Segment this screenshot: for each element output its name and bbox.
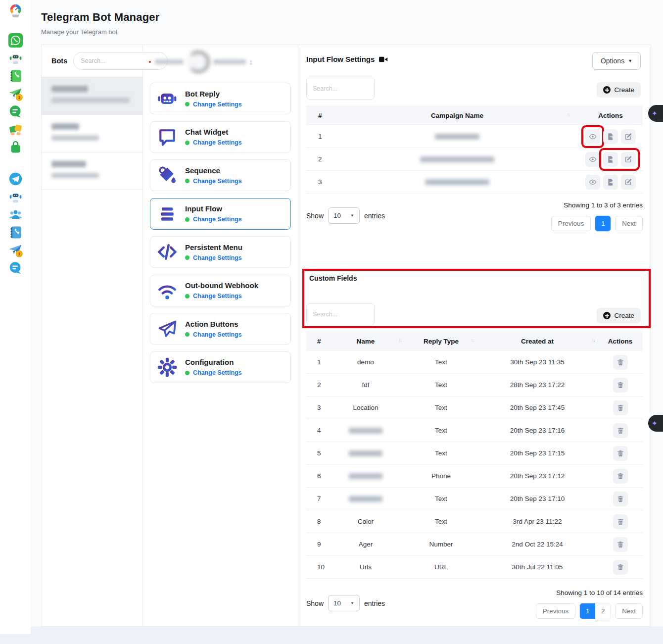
row-number: 1 (306, 358, 326, 366)
change-settings-link[interactable]: Change Settings (193, 101, 242, 108)
sparkle-icon: ✦ (652, 419, 658, 427)
input-flow-search-input[interactable] (306, 78, 375, 99)
change-settings-link[interactable]: Change Settings (193, 178, 242, 185)
show-label: Show (306, 599, 324, 607)
reply-type: Text (405, 427, 477, 434)
row-number: 2 (306, 381, 326, 389)
blurred-text (420, 156, 494, 162)
custom-fields-search-input[interactable] (306, 303, 375, 325)
blurred-bot-username (51, 98, 130, 103)
created-at: 20th Sep 23 17:15 (477, 449, 598, 457)
plus-circle-icon (603, 312, 611, 319)
edit-button[interactable] (621, 175, 636, 190)
trash-button[interactable] (613, 492, 628, 506)
settings-card-outbound-webhook[interactable]: Out-bound Webhook Change Settings (150, 275, 291, 306)
bot-list-item[interactable] (42, 77, 142, 115)
view-button[interactable] (585, 152, 600, 167)
trash-button[interactable] (613, 378, 628, 393)
col-header-campaign[interactable]: Campaign Name (336, 112, 578, 119)
trash-button[interactable] (613, 469, 628, 484)
settings-card-configuration[interactable]: Configuration Change Settings (150, 351, 291, 383)
bot-list-item[interactable] (42, 115, 142, 152)
reply-type: Phone (405, 472, 477, 480)
trash-button[interactable] (613, 560, 628, 575)
change-settings-link[interactable]: Change Settings (193, 331, 242, 338)
edit-button[interactable] (621, 152, 636, 167)
export-button[interactable] (603, 152, 618, 167)
page-number-button[interactable]: 1 (580, 603, 595, 619)
whatsapp-icon[interactable] (8, 33, 23, 48)
change-settings-link[interactable]: Change Settings (193, 254, 242, 261)
bot-list-item[interactable] (42, 152, 142, 190)
export-button[interactable] (603, 175, 618, 190)
col-header-name[interactable]: Name (326, 338, 405, 345)
trash-button[interactable] (613, 446, 628, 461)
ai-assistant-button[interactable]: ✦ (648, 105, 663, 122)
trash-button[interactable] (613, 423, 628, 438)
settings-card-chat-widget[interactable]: Chat Widget Change Settings (150, 121, 291, 153)
chat-widget-icon (156, 126, 178, 148)
change-settings-link[interactable]: Change Settings (193, 216, 242, 223)
video-camera-icon[interactable] (379, 56, 388, 63)
options-button[interactable]: Options▼ (592, 52, 641, 70)
row-number: 7 (306, 495, 326, 502)
field-name: demo (326, 358, 405, 366)
export-button[interactable] (603, 129, 618, 144)
sort-icon[interactable]: ↑↓ (398, 338, 401, 343)
settings-card-input-flow[interactable]: Input Flow Change Settings (150, 198, 291, 230)
view-button[interactable] (585, 175, 600, 190)
col-header-reply-type[interactable]: Reply Type (405, 338, 477, 345)
change-settings-link[interactable]: Change Settings (193, 369, 242, 376)
sort-icon-active[interactable]: ↑↓ (591, 338, 594, 343)
field-name (326, 450, 405, 456)
previous-page-button[interactable]: Previous (551, 216, 591, 231)
telegram-broadcast-icon[interactable]: 1 (8, 243, 23, 257)
col-header-num[interactable]: # (306, 112, 336, 119)
page-size-select[interactable]: 10▼ (328, 207, 360, 224)
previous-page-button[interactable]: Previous (536, 603, 576, 619)
whatsapp-chat-icon[interactable] (8, 104, 23, 119)
whatsapp-contacts-icon[interactable] (8, 69, 23, 83)
row-number: 6 (306, 472, 326, 480)
whatsapp-broadcast-icon[interactable]: 1 (8, 87, 23, 101)
blurred-text (349, 450, 382, 456)
trash-button[interactable] (613, 537, 628, 552)
col-header-num[interactable]: # (306, 338, 326, 345)
speed-gauge-icon[interactable] (8, 3, 23, 17)
svg-text:1: 1 (18, 251, 20, 256)
field-name (326, 473, 405, 479)
change-settings-link[interactable]: Change Settings (193, 139, 242, 146)
telegram-audience-icon[interactable] (8, 207, 23, 222)
whatsapp-bot-icon[interactable] (8, 51, 23, 65)
create-button[interactable]: Create (597, 82, 641, 98)
whatsapp-integrations-icon[interactable] (8, 122, 23, 137)
settings-card-persistent-menu[interactable]: Persistent Menu Change Settings (150, 236, 291, 268)
sort-icon[interactable]: ↑↓ (567, 112, 569, 117)
telegram-bot-icon[interactable] (8, 190, 23, 204)
trash-button[interactable] (613, 514, 628, 529)
settings-card-sequence[interactable]: Sequence Change Settings (150, 159, 291, 191)
edit-button[interactable] (621, 129, 636, 144)
page-number-button[interactable]: 1 (595, 216, 611, 231)
trash-button[interactable] (613, 400, 628, 415)
sort-icon[interactable]: ↑↓ (471, 338, 474, 343)
page-size-select[interactable]: 10▼ (328, 595, 360, 611)
view-button[interactable] (585, 129, 600, 144)
settings-card-action-buttons[interactable]: Action Buttons Change Settings (150, 313, 291, 345)
col-header-created-at[interactable]: Created at (477, 338, 598, 345)
create-button[interactable]: Create (597, 308, 641, 323)
whatsapp-shop-icon[interactable] (8, 140, 23, 154)
ai-assistant-button[interactable]: ✦ (648, 415, 663, 432)
next-page-button[interactable]: Next (615, 603, 643, 619)
telegram-icon[interactable] (8, 172, 23, 186)
telegram-contacts-icon[interactable] (8, 225, 23, 240)
trash-button[interactable] (613, 355, 628, 370)
settings-card-bot-reply[interactable]: Bot Reply Change Settings (150, 83, 291, 114)
bots-label: Bots (51, 57, 67, 65)
page-number-button[interactable]: 2 (595, 603, 611, 619)
change-settings-link[interactable]: Change Settings (193, 293, 242, 299)
next-page-button[interactable]: Next (615, 216, 643, 231)
table-row: 6Phone20th Sep 23 17:12 (306, 465, 643, 488)
telegram-chat-icon[interactable] (8, 261, 23, 275)
field-name: Location (326, 404, 405, 411)
